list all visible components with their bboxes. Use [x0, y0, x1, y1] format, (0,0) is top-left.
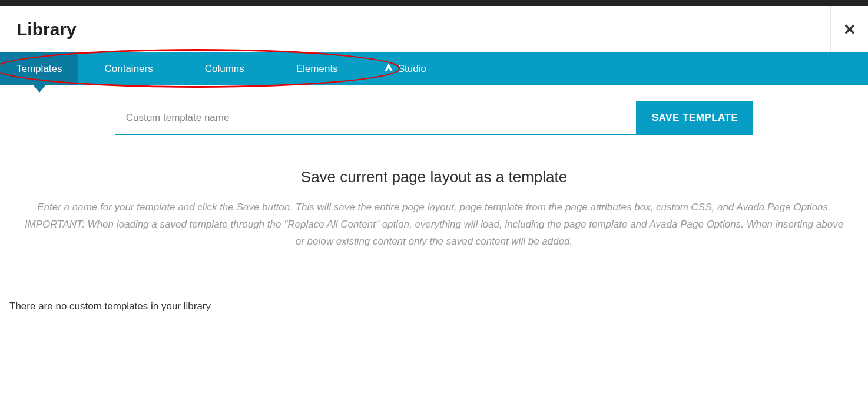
tab-label: Columns	[205, 63, 244, 75]
empty-library-message: There are no custom templates in your li…	[9, 301, 859, 312]
app-top-bar	[0, 0, 868, 6]
tab-label: Templates	[16, 63, 62, 75]
save-template-row: Save Template	[9, 101, 859, 135]
tab-elements[interactable]: Elements	[270, 52, 364, 85]
library-header: Library ✕	[0, 6, 868, 52]
tab-containers[interactable]: Containers	[78, 52, 178, 85]
studio-icon	[384, 63, 393, 75]
save-template-button[interactable]: Save Template	[637, 101, 754, 135]
template-name-input[interactable]	[115, 101, 637, 135]
close-region: ✕	[830, 6, 868, 52]
tab-templates[interactable]: Templates	[0, 52, 78, 85]
section-heading: Save current page layout as a template	[9, 168, 859, 186]
tabs-bar: Templates Containers Columns Elements St…	[0, 52, 868, 85]
tab-columns[interactable]: Columns	[179, 52, 270, 85]
page-title: Library	[16, 19, 77, 39]
tab-label: Studio	[398, 63, 426, 75]
content-area: Save Template Save current page layout a…	[0, 101, 868, 312]
tab-label: Containers	[104, 63, 153, 75]
section-divider	[9, 278, 859, 278]
tab-label: Elements	[296, 63, 338, 75]
section-description: Enter a name for your template and click…	[22, 199, 846, 251]
tab-studio[interactable]: Studio	[364, 52, 446, 85]
close-icon[interactable]: ✕	[843, 22, 856, 37]
